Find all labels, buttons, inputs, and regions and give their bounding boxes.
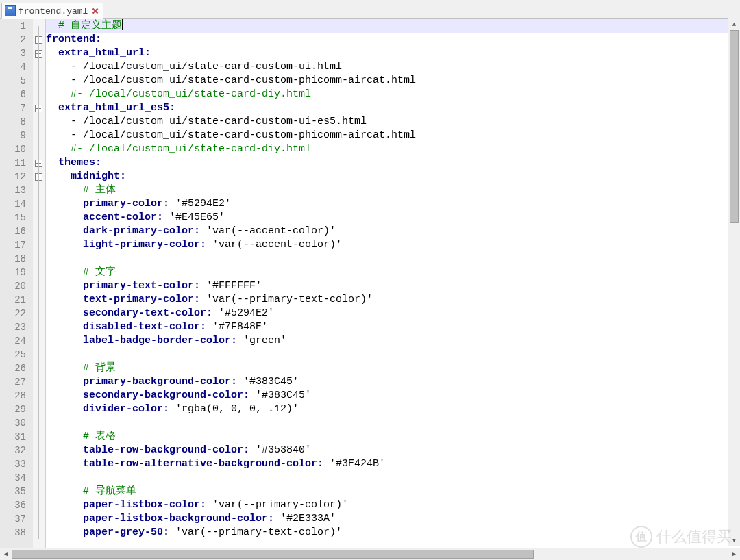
code-content[interactable]: # 自定义主题frontend: extra_html_url: - /loca… [46, 19, 740, 560]
line-number: 4 [0, 60, 33, 74]
code-line[interactable]: paper-grey-50: 'var(--primary-text-color… [46, 526, 740, 539]
scroll-track[interactable] [728, 30, 740, 535]
scroll-right-icon[interactable]: ▶ [728, 548, 740, 560]
code-line[interactable]: primary-text-color: '#FFFFFF' [46, 279, 740, 293]
code-line[interactable]: divider-color: 'rgba(0, 0, 0, .12)' [46, 403, 740, 416]
vertical-scrollbar[interactable]: ▲ ▼ [728, 18, 740, 546]
code-line[interactable]: # 背景 [46, 361, 740, 375]
line-number: 14 [0, 197, 33, 211]
code-line[interactable] [46, 252, 740, 266]
line-number: 11 [0, 156, 33, 170]
line-number: 15 [0, 211, 33, 225]
line-number: 29 [0, 403, 33, 416]
scroll-down-icon[interactable]: ▼ [728, 535, 740, 546]
line-number: 32 [0, 444, 33, 457]
line-number: 35 [0, 485, 33, 498]
line-number: 26 [0, 361, 33, 375]
line-number: 12 [0, 170, 33, 183]
code-line[interactable]: #- /local/custom_ui/state-card-diy.html [46, 88, 740, 101]
code-line[interactable]: #- /local/custom_ui/state-card-diy.html [46, 142, 740, 156]
code-line[interactable]: paper-listbox-color: 'var(--primary-colo… [46, 498, 740, 512]
line-number: 22 [0, 307, 33, 320]
code-line[interactable]: secondary-background-color: '#383C45' [46, 389, 740, 403]
code-line[interactable]: primary-background-color: '#383C45' [46, 375, 740, 389]
line-number: 30 [0, 416, 33, 430]
line-number: 5 [0, 74, 33, 88]
code-line[interactable]: accent-color: '#E45E65' [46, 211, 740, 225]
code-line[interactable] [46, 348, 740, 361]
code-line[interactable]: light-primary-color: 'var(--accent-color… [46, 238, 740, 252]
code-line[interactable]: # 自定义主题 [46, 19, 740, 33]
horizontal-scrollbar[interactable]: ◀ ▶ [0, 548, 740, 560]
code-line[interactable]: primary-color: '#5294E2' [46, 197, 740, 211]
save-disk-icon [5, 5, 16, 16]
code-line[interactable]: disabled-text-color: '#7F848E' [46, 320, 740, 334]
line-number: 2 [0, 33, 33, 47]
line-number: 24 [0, 334, 33, 348]
line-number: 33 [0, 457, 33, 471]
code-line[interactable] [46, 416, 740, 430]
line-number: 7 [0, 101, 33, 115]
code-line[interactable]: dark-primary-color: 'var(--accent-color)… [46, 225, 740, 238]
line-number: 27 [0, 375, 33, 389]
line-number: 16 [0, 225, 33, 238]
line-number: 17 [0, 238, 33, 252]
code-line[interactable]: extra_html_url: [46, 47, 740, 60]
text-caret [122, 19, 123, 30]
line-number: 38 [0, 526, 33, 539]
code-line[interactable] [46, 471, 740, 485]
code-line[interactable]: label-badge-border-color: 'green' [46, 334, 740, 348]
code-line[interactable]: - /local/custom_ui/state-card-custom-phi… [46, 74, 740, 88]
scroll-left-icon[interactable]: ◀ [0, 548, 12, 560]
code-line[interactable]: # 导航菜单 [46, 485, 740, 498]
editor-area[interactable]: 1234567891011121314151617181920212223242… [0, 19, 740, 560]
file-tab[interactable]: frontend.yaml [1, 3, 103, 19]
code-line[interactable]: frontend: [46, 33, 740, 47]
line-number: 13 [0, 183, 33, 197]
code-line[interactable]: - /local/custom_ui/state-card-custom-ui-… [46, 115, 740, 129]
code-line[interactable]: - /local/custom_ui/state-card-custom-ui.… [46, 60, 740, 74]
line-number: 8 [0, 115, 33, 129]
code-line[interactable]: midnight: [46, 170, 740, 183]
line-number: 19 [0, 266, 33, 279]
line-number: 1 [0, 19, 33, 33]
code-line[interactable]: - /local/custom_ui/state-card-custom-phi… [46, 129, 740, 142]
tab-bar: frontend.yaml [0, 0, 740, 19]
code-line[interactable]: # 主体 [46, 183, 740, 197]
scroll-thumb[interactable] [12, 550, 534, 559]
code-line[interactable]: # 文字 [46, 266, 740, 279]
scroll-thumb[interactable] [730, 30, 739, 223]
line-number: 28 [0, 389, 33, 403]
line-number: 31 [0, 430, 33, 444]
code-line[interactable]: paper-listbox-background-color: '#2E333A… [46, 512, 740, 526]
fold-gutter[interactable] [33, 19, 46, 560]
line-number: 23 [0, 320, 33, 334]
scroll-up-icon[interactable]: ▲ [728, 18, 740, 30]
code-line[interactable]: secondary-text-color: '#5294E2' [46, 307, 740, 320]
close-icon[interactable] [92, 8, 99, 14]
line-number: 9 [0, 129, 33, 142]
line-number: 36 [0, 498, 33, 512]
code-line[interactable]: themes: [46, 156, 740, 170]
editor-window: frontend.yaml 12345678910111213141516171… [0, 0, 740, 560]
code-line[interactable]: extra_html_url_es5: [46, 101, 740, 115]
line-number: 25 [0, 348, 33, 361]
line-number-gutter: 1234567891011121314151617181920212223242… [0, 19, 33, 560]
code-line[interactable]: table-row-background-color: '#353840' [46, 444, 740, 457]
code-line[interactable]: # 表格 [46, 430, 740, 444]
line-number: 6 [0, 88, 33, 101]
line-number: 20 [0, 279, 33, 293]
code-line[interactable]: text-primary-color: 'var(--primary-text-… [46, 293, 740, 307]
tab-filename: frontend.yaml [18, 6, 88, 16]
line-number: 34 [0, 471, 33, 485]
line-number: 37 [0, 512, 33, 526]
line-number: 10 [0, 142, 33, 156]
line-number: 18 [0, 252, 33, 266]
fold-guide [38, 26, 39, 539]
line-number: 21 [0, 293, 33, 307]
scroll-track[interactable] [12, 548, 728, 560]
line-number: 3 [0, 47, 33, 60]
code-line[interactable]: table-row-alternative-background-color: … [46, 457, 740, 471]
